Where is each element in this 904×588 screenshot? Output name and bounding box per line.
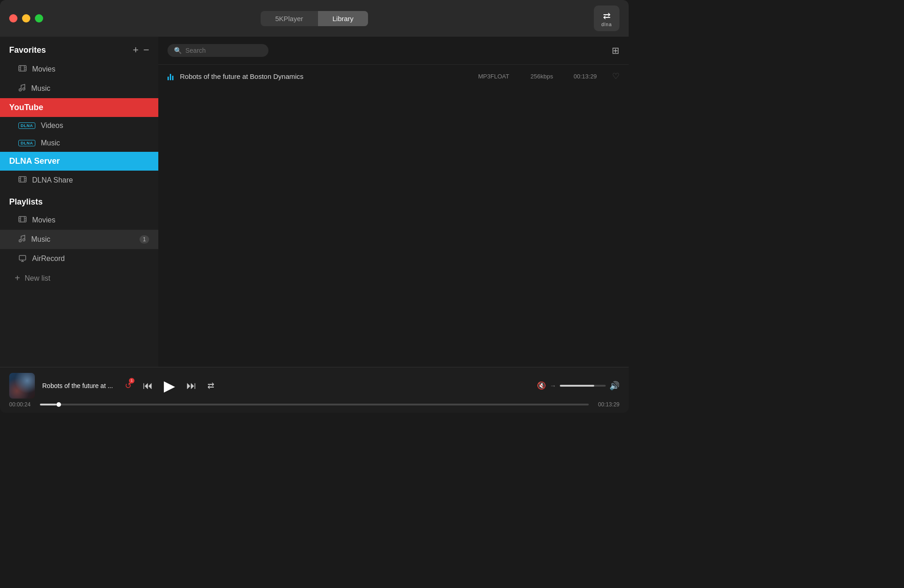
- player-controls-row: Robots of the future at ... ↺ 1 ⏮ ▶ ⏭ ⇄ …: [9, 373, 619, 399]
- sidebar-item-pl-movies[interactable]: Movies: [0, 211, 158, 230]
- close-button[interactable]: [9, 14, 17, 22]
- dlna-tag-videos: DLNA: [18, 122, 35, 129]
- dlna-tag-music: DLNA: [18, 140, 35, 146]
- time-current: 00:00:24: [9, 401, 34, 408]
- pl-music-badge: 1: [140, 235, 149, 244]
- airrecord-icon: [18, 254, 27, 264]
- volume-icon: 🔊: [609, 381, 619, 391]
- svg-point-24: [23, 239, 25, 241]
- svg-point-8: [23, 88, 25, 90]
- sidebar-item-dlna-share[interactable]: DLNA Share: [0, 171, 158, 190]
- fav-movies-label: Movies: [32, 65, 56, 73]
- svg-rect-16: [19, 216, 26, 222]
- progress-bar[interactable]: [40, 404, 589, 405]
- vol-arrow-icon: →: [550, 382, 556, 389]
- new-list-item[interactable]: + New list: [0, 268, 158, 288]
- main-layout: Favorites + − Movies: [0, 37, 629, 367]
- sidebar-item-fav-movies[interactable]: Movies: [0, 60, 158, 79]
- svg-point-23: [19, 240, 22, 242]
- grid-view-button[interactable]: ⊞: [612, 45, 619, 56]
- fav-music-label: Music: [31, 84, 50, 93]
- progress-handle[interactable]: [56, 402, 61, 407]
- sidebar-item-dlna-videos[interactable]: DLNA Videos: [0, 117, 158, 134]
- progress-row: 00:00:24 00:13:29: [9, 401, 619, 408]
- repeat-badge: 1: [129, 378, 134, 383]
- track-bitrate: 256kbps: [530, 73, 567, 80]
- now-playing-title: Robots of the future at ...: [42, 382, 116, 389]
- search-input[interactable]: [185, 47, 254, 54]
- search-icon: 🔍: [174, 47, 182, 54]
- track-duration: 00:13:29: [574, 73, 606, 80]
- track-info: Robots of the future at ...: [42, 382, 116, 389]
- svg-rect-9: [19, 177, 26, 182]
- album-art: [9, 373, 35, 399]
- sidebar-item-youtube[interactable]: YouTube: [0, 98, 158, 117]
- equalizer-icon: [167, 72, 173, 80]
- track-list: Robots of the future at Boston Dynamics …: [158, 65, 629, 88]
- favorites-header: Favorites + −: [0, 37, 158, 60]
- heart-button[interactable]: ♡: [612, 71, 619, 81]
- new-list-label: New list: [25, 274, 50, 283]
- sidebar-item-dlna-music[interactable]: DLNA Music: [0, 134, 158, 152]
- table-row[interactable]: Robots of the future at Boston Dynamics …: [163, 65, 624, 88]
- repeat-button[interactable]: ↺ 1: [123, 379, 134, 393]
- add-button[interactable]: +: [133, 45, 139, 55]
- youtube-label: YouTube: [9, 103, 43, 112]
- shuffle-button[interactable]: ⇄: [206, 379, 216, 393]
- svg-rect-25: [19, 255, 26, 260]
- pl-music-icon: [18, 234, 26, 244]
- dlna-button[interactable]: ⇄ dlna: [594, 6, 619, 31]
- pl-movies-label: Movies: [32, 216, 56, 224]
- sidebar-actions: + −: [133, 45, 149, 55]
- tab-5kplayer[interactable]: 5KPlayer: [261, 11, 318, 26]
- content-area: 🔍 ⊞ Robots of the future at Boston Dynam…: [158, 37, 629, 367]
- dlna-music-label: Music: [41, 139, 60, 147]
- dlna-videos-label: Videos: [41, 122, 63, 130]
- volume-section: 🔇 → 🔊: [537, 381, 619, 391]
- maximize-button[interactable]: [35, 14, 43, 22]
- dlna-share-icon: [18, 175, 27, 185]
- sidebar-item-fav-music[interactable]: Music: [0, 79, 158, 98]
- music-icon: [18, 83, 26, 94]
- mute-button[interactable]: 🔇: [537, 381, 546, 390]
- pl-music-label: Music: [31, 235, 50, 244]
- tab-library[interactable]: Library: [318, 11, 368, 26]
- sidebar-item-pl-music[interactable]: Music 1: [0, 230, 158, 249]
- fast-forward-button[interactable]: ⏭: [184, 378, 198, 394]
- time-total: 00:13:29: [594, 401, 619, 408]
- airrecord-label: AirRecord: [32, 255, 65, 263]
- new-list-plus-icon: +: [15, 273, 20, 283]
- rewind-button[interactable]: ⏮: [141, 378, 155, 394]
- content-toolbar: 🔍 ⊞: [158, 37, 629, 65]
- favorites-title: Favorites: [9, 45, 46, 55]
- progress-fill: [40, 404, 56, 405]
- sidebar-item-airrecord[interactable]: AirRecord: [0, 249, 158, 268]
- traffic-lights: [9, 14, 43, 22]
- svg-point-7: [19, 89, 22, 91]
- dlna-share-label: DLNA Share: [32, 176, 73, 184]
- track-format: MP3FLOAT: [478, 73, 524, 80]
- svg-rect-0: [19, 66, 26, 71]
- volume-fill: [560, 385, 594, 387]
- sidebar-item-dlna-server[interactable]: DLNA Server: [0, 152, 158, 171]
- remove-button[interactable]: −: [143, 45, 149, 55]
- movies-icon: [18, 64, 27, 74]
- tab-group: 5KPlayer Library: [261, 11, 368, 26]
- search-box[interactable]: 🔍: [167, 44, 268, 57]
- playlists-title: Playlists: [0, 190, 158, 211]
- player-bar: Robots of the future at ... ↺ 1 ⏮ ▶ ⏭ ⇄ …: [0, 367, 629, 413]
- sidebar: Favorites + − Movies: [0, 37, 158, 367]
- dlna-server-label: DLNA Server: [9, 156, 60, 166]
- dlna-label: dlna: [602, 22, 612, 27]
- play-button[interactable]: ▶: [162, 375, 177, 396]
- pl-movies-icon: [18, 215, 27, 225]
- minimize-button[interactable]: [22, 14, 30, 22]
- track-title: Robots of the future at Boston Dynamics: [180, 72, 472, 80]
- dlna-icon: ⇄: [603, 10, 611, 21]
- volume-bar[interactable]: [560, 385, 606, 387]
- titlebar: 5KPlayer Library ⇄ dlna: [0, 0, 629, 37]
